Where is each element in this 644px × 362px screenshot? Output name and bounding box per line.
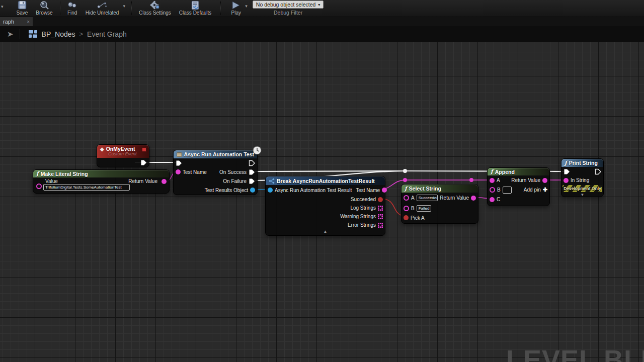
select-b-pin[interactable] [404, 206, 409, 211]
exec-in-pin[interactable] [176, 160, 182, 166]
tab-event-graph[interactable]: raph × [0, 17, 33, 26]
debug-filter-group: No debug object selected ▾ Debug Filter [253, 0, 324, 16]
append-b-pin[interactable] [490, 187, 495, 193]
toolbar-separator [220, 2, 221, 15]
chevron-down-icon: ▾ [318, 3, 320, 7]
out-test-name-pin[interactable] [382, 188, 387, 193]
find-button[interactable]: Find [63, 0, 82, 16]
append-a-pin[interactable] [490, 178, 495, 183]
document-check-icon [190, 1, 200, 10]
node-print-string[interactable]: ƒ Print String In String Development Onl… [561, 158, 604, 197]
on-success-pin[interactable] [249, 169, 255, 175]
node-header: Async Run Automation Test [174, 150, 257, 158]
break-input-pin[interactable] [268, 188, 273, 193]
out-error-strings-label: Error Strings [348, 222, 376, 228]
on-failure-pin[interactable] [249, 178, 255, 185]
breadcrumb-divider [20, 29, 20, 39]
play-icon [231, 1, 241, 10]
select-a-pin[interactable] [404, 195, 409, 201]
gear-icon [150, 1, 160, 10]
save-button[interactable]: Save [13, 0, 32, 16]
exec-then-pin[interactable] [249, 160, 255, 166]
hide-unrelated-dropdown-caret-icon[interactable]: ▾ [123, 4, 125, 9]
out-succeeded-pin[interactable] [378, 197, 383, 202]
pick-a-pin[interactable] [404, 215, 409, 220]
test-name-pin[interactable] [176, 169, 181, 174]
node-header: ƒ Append [488, 168, 549, 175]
append-return-label: Return Value [511, 177, 540, 183]
node-async-run-automation-test[interactable]: Async Run Automation Test Test Name On S… [173, 150, 258, 195]
blueprint-grid-icon [28, 30, 38, 38]
select-return-pin[interactable] [471, 196, 476, 201]
node-on-my-event[interactable]: ◈OnMyEvent Custom Event [97, 144, 149, 167]
on-failure-label: On Failure [223, 178, 247, 184]
exec-in-pin[interactable] [564, 168, 570, 175]
collapse-pins-arrow[interactable]: ▲ [266, 229, 385, 234]
save-icon [17, 1, 27, 10]
out-warning-strings-label: Warning Strings [340, 214, 376, 219]
append-b-label: B [497, 187, 501, 193]
level-blueprint-watermark: LEVEL BLUEPRINT [506, 344, 644, 362]
plus-icon: ✚ [543, 187, 547, 193]
out-warning-strings-array-pin[interactable] [378, 214, 383, 219]
test-results-label: Test Results Object [205, 188, 248, 193]
select-a-field[interactable]: Succeeded [417, 195, 438, 201]
node-header: Break AsyncRunAutomationTestResult [266, 176, 385, 185]
node-title: Async Run Automation Test [184, 151, 254, 157]
tab-strip: raph × [0, 17, 644, 26]
node-select-string[interactable]: ƒ Select String A Succeeded Return Value… [401, 184, 478, 224]
breadcrumb-current[interactable]: Event Graph [87, 30, 127, 38]
toolbar-overflow-caret-icon[interactable]: ▾ [1, 4, 4, 9]
node-title: Print String [569, 160, 598, 166]
custom-event-icon: ◈ [100, 146, 104, 152]
breadcrumb-root[interactable]: BP_Nodes [42, 30, 75, 38]
toolbar-separator [131, 2, 132, 15]
in-string-label: In String [571, 177, 589, 183]
append-b-field[interactable] [503, 187, 512, 194]
test-results-pin[interactable] [250, 188, 255, 193]
hide-unrelated-button[interactable]: Hide Unrelated [82, 0, 123, 16]
node-header: ◈OnMyEvent Custom Event [97, 145, 149, 158]
toolbar-separator [60, 2, 60, 15]
out-log-strings-label: Log Strings [350, 205, 376, 211]
breadcrumb-bar: ➤ BP_Nodes > Event Graph [0, 26, 644, 42]
function-icon: ƒ [405, 186, 407, 192]
function-icon: ƒ [36, 170, 39, 177]
select-b-field[interactable]: Failed [417, 205, 432, 212]
append-c-pin[interactable] [490, 197, 495, 202]
node-title: Select String [409, 186, 441, 192]
node-break-result[interactable]: Break AsyncRunAutomationTestResult Async… [265, 176, 385, 236]
nav-forward-arrow-icon[interactable]: ➤ [7, 30, 14, 39]
out-error-strings-array-pin[interactable] [378, 223, 383, 228]
browse-button[interactable]: Browse [32, 0, 56, 16]
event-enabled-indicator[interactable] [142, 147, 146, 152]
tab-close-icon[interactable]: × [27, 19, 30, 25]
class-settings-button[interactable]: Class Settings [135, 0, 175, 16]
node-make-literal-string[interactable]: ƒ Make Literal String Value TrifoliumDig… [33, 169, 170, 194]
node-title: Make Literal String [41, 171, 88, 177]
play-button[interactable]: Play [227, 0, 245, 16]
exec-then-pin[interactable] [595, 168, 601, 175]
play-dropdown-caret-icon[interactable]: ▾ [245, 4, 248, 9]
node-append[interactable]: ƒ Append A Return Value B Add pin✚ C [487, 167, 550, 206]
out-succeeded-label: Succeeded [351, 197, 376, 202]
add-pin-button[interactable]: Add pin✚ [524, 187, 547, 193]
function-icon: ƒ [491, 168, 493, 175]
value-pin-label: Value [45, 178, 58, 184]
return-value-pin[interactable] [162, 179, 167, 184]
hide-unrelated-icon [97, 1, 107, 10]
select-a-label: A [411, 195, 415, 201]
return-value-label: Return Value [128, 178, 157, 184]
append-return-pin[interactable] [542, 178, 547, 183]
expand-pins-arrow[interactable]: ▼ [561, 193, 603, 198]
out-log-strings-array-pin[interactable] [378, 206, 383, 211]
test-name-label: Test Name [183, 169, 207, 175]
debug-object-dropdown[interactable]: No debug object selected ▾ [253, 1, 324, 9]
class-defaults-button[interactable]: Class Defaults [175, 0, 215, 16]
value-input-field[interactable]: TrifoliumDigital.Tests.SomeAutomationTes… [43, 184, 130, 191]
in-string-pin[interactable] [564, 178, 569, 183]
value-input-pin[interactable] [36, 184, 42, 189]
exec-out-pin[interactable] [140, 159, 147, 166]
breadcrumb-chevron-icon: > [79, 30, 84, 38]
debug-filter-label: Debug Filter [274, 10, 302, 16]
